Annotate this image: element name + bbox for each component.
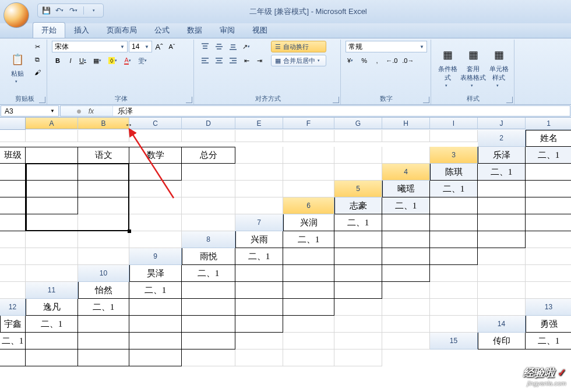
increase-decimal-button[interactable]: ←.0 (384, 55, 399, 66)
row-header-2[interactable]: 2 (478, 130, 526, 147)
cell-D8[interactable] (382, 231, 430, 248)
row-header-8[interactable]: 8 (182, 231, 235, 248)
cell-H7[interactable] (26, 231, 78, 248)
cell-A12[interactable]: 逸凡 (26, 299, 78, 316)
cell-D13[interactable] (129, 316, 182, 333)
increase-indent-button[interactable]: ⇥ (253, 55, 265, 66)
row-header-4[interactable]: 4 (382, 164, 430, 181)
cell-E5[interactable] (0, 197, 26, 214)
cell-D6[interactable] (478, 197, 526, 214)
cell-E12[interactable] (235, 299, 283, 316)
cell-A3[interactable]: 乐泽 (478, 147, 526, 164)
cell-E1[interactable] (182, 130, 235, 142)
decrease-decimal-button[interactable]: .0→ (400, 55, 415, 66)
cell-G5[interactable] (78, 197, 129, 214)
cell-G14[interactable] (235, 333, 283, 349)
cell-B6[interactable]: 二、1 (382, 197, 430, 214)
column-header-B[interactable]: B (78, 118, 129, 129)
row-header-7[interactable]: 7 (235, 214, 283, 231)
cell-B9[interactable]: 二、1 (235, 248, 283, 265)
cell-B7[interactable]: 二、1 (334, 214, 382, 231)
cell-F2[interactable]: 总分 (182, 147, 235, 164)
cell-A4[interactable]: 陈琪 (430, 164, 478, 181)
tab-insert[interactable]: 插入 (65, 22, 98, 38)
tab-data[interactable]: 数据 (178, 22, 211, 38)
merge-center-button[interactable]: ▦合并后居中▾ (271, 55, 326, 66)
cell-H2[interactable] (283, 147, 334, 164)
row-header-12[interactable]: 12 (0, 299, 26, 316)
row-header-5[interactable]: 5 (334, 181, 382, 197)
align-right-button[interactable] (227, 55, 239, 66)
number-format-combo[interactable]: 常规 ▼ (346, 41, 427, 52)
cell-A5[interactable]: 曦瑶 (382, 181, 430, 197)
cell-G7[interactable] (0, 231, 26, 248)
tab-pagelayout[interactable]: 页面布局 (98, 22, 146, 38)
cell-I3[interactable] (283, 164, 334, 181)
cell-J13[interactable] (430, 316, 478, 333)
column-header-J[interactable]: J (478, 118, 526, 129)
cell-A13[interactable]: 宇鑫 (0, 316, 26, 333)
comma-button[interactable]: , (371, 55, 383, 66)
format-painter-button[interactable]: 🖌 (31, 66, 43, 78)
cell-D12[interactable] (182, 299, 235, 316)
cell-G4[interactable] (129, 181, 182, 197)
office-button[interactable] (3, 2, 29, 28)
cell-H9[interactable] (526, 248, 571, 265)
cell-H12[interactable] (382, 299, 430, 316)
cell-B10[interactable]: 二、1 (182, 265, 235, 282)
cell-E6[interactable] (526, 197, 571, 214)
cell-F4[interactable] (78, 181, 129, 197)
cell-C13[interactable] (78, 316, 129, 333)
row-header-3[interactable]: 3 (430, 147, 478, 164)
cell-F5[interactable] (26, 197, 78, 214)
cell-J14[interactable] (382, 333, 430, 349)
cell-H8[interactable] (0, 248, 26, 265)
cell-J3[interactable] (334, 164, 382, 181)
chevron-down-icon[interactable]: ▼ (50, 108, 55, 114)
cell-G8[interactable] (526, 231, 571, 248)
cell-D11[interactable] (235, 282, 283, 299)
column-header-F[interactable]: F (283, 118, 334, 129)
cell-I6[interactable] (129, 214, 182, 231)
cell-I14[interactable] (334, 333, 382, 349)
tab-home[interactable]: 开始 (33, 22, 65, 38)
cell-C8[interactable] (334, 231, 382, 248)
cell-D1[interactable] (129, 130, 182, 142)
cell-J1[interactable] (430, 130, 478, 142)
border-button[interactable]: ▦▾ (91, 55, 105, 66)
increase-font-button[interactable]: Aˆ (153, 41, 165, 52)
cell-E2[interactable]: 数学 (129, 147, 182, 164)
cell-A1[interactable] (0, 130, 26, 142)
font-color-button[interactable]: A▾ (122, 55, 135, 66)
conditional-format-button[interactable]: ▦ 条件格式 ▾ (436, 41, 459, 93)
cell-H4[interactable] (182, 181, 235, 197)
phonetic-button[interactable]: 雯▾ (136, 55, 151, 66)
cell-E15[interactable] (78, 349, 129, 366)
fx-icon[interactable]: fx (85, 107, 97, 116)
underline-button[interactable]: U▾ (77, 55, 90, 66)
cell-E7[interactable] (478, 214, 526, 231)
cell-F14[interactable] (182, 333, 235, 349)
cell-J12[interactable] (478, 299, 526, 316)
cell-I12[interactable] (430, 299, 478, 316)
cell-I1[interactable] (382, 130, 430, 142)
cell-H11[interactable] (430, 282, 478, 299)
cell-C5[interactable] (478, 181, 526, 197)
cell-J10[interactable] (0, 282, 26, 299)
column-header-G[interactable]: G (334, 118, 382, 129)
cell-I4[interactable] (235, 181, 283, 197)
cell-F10[interactable] (382, 265, 430, 282)
cell-C1[interactable] (78, 130, 129, 142)
cell-F1[interactable] (235, 130, 283, 142)
row-header-1[interactable]: 1 (526, 118, 571, 130)
cell-J9[interactable] (26, 265, 78, 282)
cell-A11[interactable]: 怡然 (78, 282, 129, 299)
cell-G3[interactable] (182, 164, 235, 181)
cell-J8[interactable] (78, 248, 129, 265)
row-header-6[interactable]: 6 (283, 197, 334, 214)
tab-view[interactable]: 视图 (244, 22, 276, 38)
cell-I2[interactable] (334, 147, 382, 164)
cell-C12[interactable] (129, 299, 182, 316)
cell-D10[interactable] (283, 265, 334, 282)
cell-H5[interactable] (129, 197, 182, 214)
